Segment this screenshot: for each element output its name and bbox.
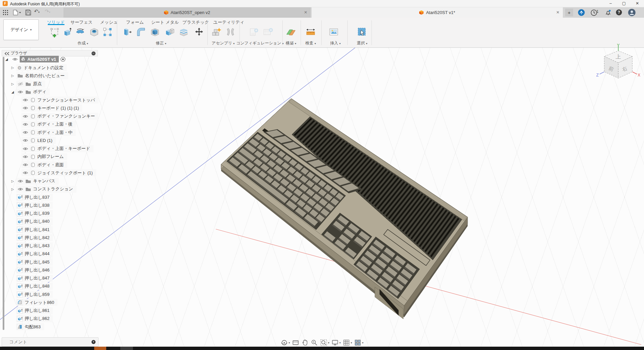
ribbon-tab-6[interactable]: プラスチック [182, 19, 209, 25]
maximize-button[interactable]: ▢ [617, 0, 631, 7]
undo-icon[interactable]: ↶▾ [34, 8, 40, 14]
browser-item[interactable]: 内部フレーム [21, 153, 67, 160]
ribbon-group-7[interactable]: 挿入 ▾ [330, 40, 340, 46]
browser-item[interactable]: 勾配863 [16, 323, 44, 330]
pattern-icon[interactable] [102, 27, 113, 37]
expander-icon[interactable]: ◢ [5, 57, 9, 61]
activate-radio-icon[interactable] [60, 57, 65, 62]
ribbon-group-4[interactable]: コンフィギュレーション ▾ [236, 40, 284, 46]
browser-item[interactable]: 押し出し844 [16, 250, 53, 257]
eye-icon[interactable] [12, 57, 18, 61]
browser-item[interactable]: ジョイスティックポート (1) [21, 169, 96, 176]
select-icon[interactable] [357, 27, 367, 37]
browser-item[interactable]: 押し出し839 [16, 210, 53, 217]
ribbon-group-1[interactable]: 作成 ▾ [77, 40, 88, 46]
viewports-icon[interactable]: ▾ [354, 339, 363, 346]
create-sketch-icon[interactable] [50, 27, 60, 37]
configuration-icon[interactable] [263, 27, 273, 37]
browser-item-root[interactable]: ◢ Atari520ST v1 [5, 55, 65, 63]
browser-item[interactable]: ボディ・ファンクションキー [21, 113, 98, 120]
tab-atari520st[interactable]: Atari520ST v1* ✕ [312, 7, 563, 18]
browser-item[interactable]: ボディ・上面・後 [21, 121, 76, 128]
look-at-icon[interactable] [292, 339, 299, 346]
pan-icon[interactable] [301, 339, 309, 346]
browser-item[interactable]: 押し出し845 [16, 258, 53, 266]
browser-remove-icon[interactable]: − [92, 51, 96, 55]
app-grid-icon[interactable] [3, 10, 8, 15]
orbit-icon[interactable]: ▾ [281, 339, 290, 346]
browser-scrollbar[interactable] [3, 57, 4, 330]
shell-icon[interactable] [150, 27, 160, 37]
viewcube-top-label[interactable]: 上 [616, 54, 621, 59]
new-tab-button[interactable]: + [565, 9, 573, 16]
browser-item[interactable]: ▷コンストラクション [11, 186, 76, 193]
browser-item[interactable]: ▷⚙ドキュメントの設定 [11, 64, 67, 71]
browser-item[interactable]: 押し出し847 [16, 275, 53, 282]
revolve-icon[interactable] [75, 27, 86, 37]
ribbon-tab-2[interactable]: サーフェス [70, 19, 93, 25]
taskbar-item[interactable] [120, 347, 133, 350]
move-icon[interactable] [194, 27, 204, 37]
browser-item[interactable]: ▷キャンバス [11, 178, 59, 185]
browser-item[interactable]: ◢ボディ [11, 89, 50, 96]
grid-display-icon[interactable]: ▾ [343, 339, 352, 346]
browser-item[interactable]: ▷名前の付いたビュー [11, 72, 68, 79]
joint-icon[interactable] [225, 27, 236, 37]
browser-item[interactable]: LED (1) [21, 137, 56, 144]
close-button[interactable]: ✕ [631, 0, 644, 7]
profile-avatar[interactable] [628, 9, 636, 16]
browser-item[interactable]: 押し出し842 [16, 234, 53, 241]
browser-item[interactable]: 押し出し846 [16, 267, 53, 274]
ribbon-group-2[interactable]: 修正 ▾ [156, 40, 166, 46]
tab-atari520st-open[interactable]: Atari520ST_open v2 ✕ [63, 7, 311, 18]
browser-item[interactable]: 押し出し859 [16, 291, 53, 298]
notifications-bell-icon[interactable] [605, 9, 612, 16]
comment-input[interactable]: コメント + [2, 337, 99, 347]
construct-plane-icon[interactable] [286, 27, 296, 37]
redo-icon[interactable]: ↷▾ [45, 8, 50, 14]
fillet-icon[interactable] [136, 27, 146, 37]
browser-item[interactable]: 押し出し862 [16, 315, 53, 322]
browser-item[interactable]: フィレット860 [16, 299, 57, 306]
ribbon-group-8[interactable]: 選択 ▾ [357, 40, 367, 46]
ribbon-tab-3[interactable]: メッシュ [100, 19, 118, 25]
split-body-icon[interactable] [178, 27, 189, 37]
taskbar-item-active[interactable] [94, 347, 106, 350]
view-cube[interactable]: 上 前 右 Y Z X [593, 43, 644, 85]
browser-item[interactable]: ボディ・底面 [21, 161, 67, 168]
browser-item[interactable]: 押し出し848 [16, 283, 53, 290]
measure-icon[interactable] [305, 27, 316, 37]
press-pull-icon[interactable] [122, 27, 132, 37]
browser-item[interactable]: 押し出し837 [16, 194, 53, 201]
tab-close-icon[interactable]: ✕ [304, 10, 307, 15]
fit-icon[interactable]: ▾ [320, 339, 329, 346]
browser-item[interactable]: キーボード (1) (1) (1) [21, 105, 82, 112]
tab-close-icon[interactable]: ✕ [556, 10, 559, 15]
display-settings-icon[interactable]: ▾ [331, 339, 341, 346]
browser-item[interactable]: ボディ・上面・中 [21, 129, 76, 136]
ribbon-group-5[interactable]: 構築 ▾ [286, 40, 296, 46]
ribbon-tab-5[interactable]: シート メタル [151, 19, 179, 25]
browser-item[interactable]: 押し出し838 [16, 202, 53, 209]
help-icon[interactable]: ? [616, 9, 622, 15]
root-component[interactable]: Atari520ST v1 [20, 56, 59, 62]
ribbon-group-6[interactable]: 検査 ▾ [305, 40, 316, 46]
browser-item[interactable]: 押し出し861 [16, 307, 53, 314]
browser-item[interactable]: 押し出し843 [16, 242, 53, 249]
minimize-button[interactable]: – [604, 0, 617, 7]
environment-dropdown[interactable]: デザイン▾ [3, 19, 39, 40]
add-comment-icon[interactable]: + [92, 340, 96, 344]
insert-canvas-icon[interactable] [328, 27, 339, 37]
browser-item[interactable]: ボディ・上面・キーボード [21, 145, 94, 152]
extensions-icon[interactable] [578, 9, 585, 16]
viewport-3d[interactable] [0, 48, 644, 347]
browser-item[interactable]: ▷原点 [11, 80, 45, 88]
browser-item[interactable]: 押し出し840 [16, 218, 53, 225]
file-menu-icon[interactable] [13, 10, 21, 15]
browser-item[interactable]: ファンクションキーストッパ [21, 97, 99, 104]
zoom-icon[interactable] [311, 339, 318, 346]
extrude-icon[interactable] [61, 27, 72, 37]
assemble-icon[interactable] [211, 27, 222, 37]
os-taskbar[interactable] [0, 347, 644, 350]
collapse-panel-icon[interactable] [5, 52, 9, 55]
